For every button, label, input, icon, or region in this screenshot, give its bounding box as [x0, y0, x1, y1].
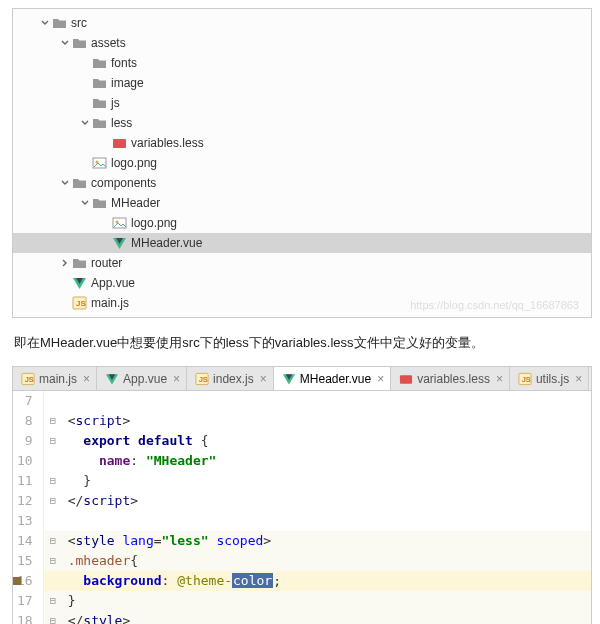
tree-item-app-vue[interactable]: App.vue [13, 273, 591, 293]
code-area[interactable]: 78910111213141516171819 ⊟<script>⊟ expor… [13, 391, 591, 624]
code-editor-panel: main.js×App.vue×index.js×MHeader.vue×var… [12, 366, 592, 624]
line-number[interactable]: 18 [17, 611, 33, 624]
chevron-none-icon [99, 137, 111, 149]
tree-item-label: MHeader.vue [131, 236, 202, 250]
chevron-down-icon[interactable] [79, 197, 91, 209]
js-file-icon [21, 372, 35, 386]
tree-item-mheader[interactable]: MHeader [13, 193, 591, 213]
fold-icon[interactable]: ⊟ [50, 471, 56, 491]
vue-file-icon [71, 276, 87, 290]
code-line[interactable]: background: @theme-color; [44, 571, 591, 591]
tab-app-vue[interactable]: App.vue× [97, 367, 187, 390]
tree-item-label: src [71, 16, 87, 30]
fold-icon[interactable]: ⊟ [50, 411, 56, 431]
code-line[interactable]: ⊟<style lang="less" scoped> [44, 531, 591, 551]
close-icon[interactable]: × [377, 372, 384, 386]
tree-item-logo-png[interactable]: logo.png [13, 213, 591, 233]
tab-utils-js[interactable]: utils.js× [510, 367, 589, 390]
chevron-none-icon [79, 97, 91, 109]
code-line[interactable] [44, 511, 591, 531]
line-number[interactable]: 7 [17, 391, 33, 411]
code-line[interactable]: ⊟.mheader{ [44, 551, 591, 571]
tree-item-label: variables.less [131, 136, 204, 150]
code-line[interactable]: ⊟</style> [44, 611, 591, 624]
folder-gray-icon [91, 116, 107, 130]
tab-label: main.js [39, 372, 77, 386]
line-number[interactable]: 15 [17, 551, 33, 571]
line-number[interactable]: 10 [17, 451, 33, 471]
tab-mheader-vue[interactable]: MHeader.vue× [274, 367, 391, 390]
code-line[interactable]: ⊟} [44, 591, 591, 611]
tree-item-image[interactable]: image [13, 73, 591, 93]
tab-label: variables.less [417, 372, 490, 386]
code-lines[interactable]: ⊟<script>⊟ export default { name: "MHead… [44, 391, 591, 624]
fold-icon[interactable]: ⊟ [50, 431, 56, 451]
js-file-icon [195, 372, 209, 386]
tab-main-js[interactable]: main.js× [13, 367, 97, 390]
folder-gray-icon [51, 16, 67, 30]
folder-gray-icon [91, 96, 107, 110]
close-icon[interactable]: × [173, 372, 180, 386]
code-line[interactable] [44, 391, 591, 411]
chevron-down-icon[interactable] [59, 37, 71, 49]
chevron-right-icon[interactable] [59, 257, 71, 269]
tree-item-components[interactable]: components [13, 173, 591, 193]
line-number[interactable]: 13 [17, 511, 33, 531]
tree-item-src[interactable]: src [13, 13, 591, 33]
project-tree-panel: srcassetsfontsimagejslessvariables.lessl… [12, 8, 592, 318]
js-file-icon [518, 372, 532, 386]
tree-item-js[interactable]: js [13, 93, 591, 113]
tree-item-assets[interactable]: assets [13, 33, 591, 53]
code-line[interactable]: ⊟ export default { [44, 431, 591, 451]
close-icon[interactable]: × [83, 372, 90, 386]
close-icon[interactable]: × [575, 372, 582, 386]
tree-item-label: logo.png [131, 216, 177, 230]
tab-label: utils.js [536, 372, 569, 386]
chevron-none-icon [59, 297, 71, 309]
line-number[interactable]: 14 [17, 531, 33, 551]
code-line[interactable]: name: "MHeader" [44, 451, 591, 471]
code-line[interactable]: ⊟<script> [44, 411, 591, 431]
tree-item-logo-png[interactable]: logo.png [13, 153, 591, 173]
line-number[interactable]: 17 [17, 591, 33, 611]
fold-icon[interactable]: ⊟ [50, 591, 56, 611]
code-line[interactable]: ⊟</script> [44, 491, 591, 511]
tree-item-variables-less[interactable]: variables.less [13, 133, 591, 153]
folder-gray-icon [71, 176, 87, 190]
close-icon[interactable]: × [260, 372, 267, 386]
vue-file-icon [105, 372, 119, 386]
tab-label: MHeader.vue [300, 372, 371, 386]
line-gutter: 78910111213141516171819 [13, 391, 44, 624]
line-number[interactable]: 11 [17, 471, 33, 491]
line-number[interactable]: 9 [17, 431, 33, 451]
folder-gray-icon [71, 256, 87, 270]
tree-item-label: MHeader [111, 196, 160, 210]
chevron-down-icon[interactable] [79, 117, 91, 129]
code-line[interactable]: ⊟ } [44, 471, 591, 491]
line-number[interactable]: 8 [17, 411, 33, 431]
fold-icon[interactable]: ⊟ [50, 491, 56, 511]
chevron-down-icon[interactable] [39, 17, 51, 29]
tree-item-less[interactable]: less [13, 113, 591, 133]
close-icon[interactable]: × [496, 372, 503, 386]
tree-item-router[interactable]: router [13, 253, 591, 273]
fold-icon[interactable]: ⊟ [50, 611, 56, 624]
line-number[interactable]: 12 [17, 491, 33, 511]
tree-item-label: main.js [91, 296, 129, 310]
chevron-none-icon [79, 77, 91, 89]
line-number[interactable]: 16 [17, 571, 33, 591]
tab-index-js[interactable]: index.js× [187, 367, 274, 390]
tree-item-fonts[interactable]: fonts [13, 53, 591, 73]
less-file-icon [399, 372, 413, 386]
tree-item-mheader-vue[interactable]: MHeader.vue [13, 233, 591, 253]
chevron-none-icon [99, 217, 111, 229]
chevron-down-icon[interactable] [59, 177, 71, 189]
image-file-icon [91, 156, 107, 170]
fold-icon[interactable]: ⊟ [50, 551, 56, 571]
tree-item-label: assets [91, 36, 126, 50]
less-file-icon [111, 136, 127, 150]
tab-label: index.js [213, 372, 254, 386]
tab-variables-less[interactable]: variables.less× [391, 367, 510, 390]
folder-gray-icon [91, 56, 107, 70]
fold-icon[interactable]: ⊟ [50, 531, 56, 551]
